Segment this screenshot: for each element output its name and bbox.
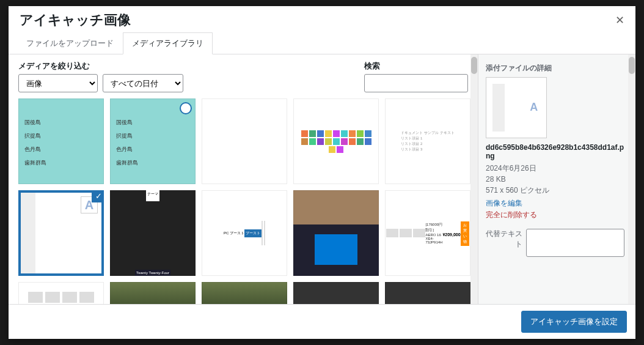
media-item[interactable]: PC ブーストブースト (202, 190, 287, 276)
tab-media-library[interactable]: メディアライブラリ (123, 32, 213, 54)
detail-dimensions: 571 x 560 ピクセル (486, 185, 628, 196)
media-item[interactable]: ドキュメント サンプル テキストリスト項目 1リスト項目 2リスト項目 3 (385, 98, 470, 184)
delete-permanently-link[interactable]: 完全に削除する (486, 210, 628, 220)
modal-body: メディアを絞り込む 画像 すべての日付 検索 ドキュメント サンプル テキストリ… (9, 54, 635, 304)
check-icon: ✓ (92, 190, 104, 202)
modal-footer: アイキャッチ画像を設定 (9, 304, 635, 339)
tab-upload[interactable]: ファイルをアップロード (17, 32, 123, 54)
filter-bar: メディアを絞り込む 画像 すべての日付 検索 (18, 61, 468, 92)
media-item[interactable] (110, 98, 196, 184)
detail-date: 2024年6月26日 (486, 163, 628, 174)
media-item[interactable] (110, 282, 196, 304)
media-item[interactable] (202, 98, 287, 184)
featured-image-modal: アイキャッチ画像 ✕ ファイルをアップロード メディアライブラリ メディアを絞り… (9, 6, 635, 339)
search-label: 検索 (364, 61, 468, 72)
media-item[interactable]: [176000円割引] AERO 16 XE4-73JP914H¥209,000… (385, 190, 470, 276)
media-item[interactable] (293, 98, 379, 184)
scrollbar[interactable] (470, 54, 478, 304)
modal-header: アイキャッチ画像 ✕ (9, 6, 635, 32)
media-item[interactable] (293, 282, 379, 304)
filter-label: メディアを絞り込む (18, 61, 183, 72)
media-item[interactable] (18, 282, 104, 304)
set-featured-image-button[interactable]: アイキャッチ画像を設定 (521, 311, 627, 333)
attachment-details-sidebar: 添付ファイルの詳細 A dd6c595b8e4b6326e928b1c4358d… (478, 54, 635, 304)
detail-thumbnail: A (486, 77, 547, 138)
detail-filename: dd6c595b8e4b6326e928b1c4358dd1af.png (486, 143, 628, 160)
tabs: ファイルをアップロード メディアライブラリ (9, 32, 635, 54)
media-item[interactable] (293, 190, 379, 276)
search-input[interactable] (364, 74, 468, 92)
search-group: 検索 (364, 61, 468, 92)
alt-text-input[interactable] (526, 229, 624, 257)
close-button[interactable]: ✕ (615, 13, 624, 27)
crop-icon (180, 102, 192, 114)
media-grid: ドキュメント サンプル テキストリスト項目 1リスト項目 2リスト項目 3 ✓ … (18, 98, 468, 304)
details-heading: 添付ファイルの詳細 (486, 63, 628, 73)
filter-type-select[interactable]: 画像 (18, 74, 98, 92)
main-panel: メディアを絞り込む 画像 すべての日付 検索 ドキュメント サンプル テキストリ… (9, 54, 478, 304)
edit-image-link[interactable]: 画像を編集 (486, 198, 628, 209)
scrollbar[interactable] (628, 54, 635, 304)
media-item[interactable] (385, 282, 470, 304)
modal-title: アイキャッチ画像 (20, 11, 131, 29)
media-item-selected[interactable]: ✓ A (18, 190, 104, 276)
media-item[interactable] (18, 98, 104, 184)
alt-text-field: 代替テキスト (486, 229, 628, 257)
detail-size: 28 KB (486, 174, 628, 185)
media-item[interactable]: テーマTwenty Twenty-Four (110, 190, 196, 276)
filter-date-select[interactable]: すべての日付 (103, 74, 183, 92)
media-item[interactable] (202, 282, 287, 304)
filter-group: メディアを絞り込む 画像 すべての日付 (18, 61, 183, 92)
alt-text-label: 代替テキスト (486, 229, 522, 250)
